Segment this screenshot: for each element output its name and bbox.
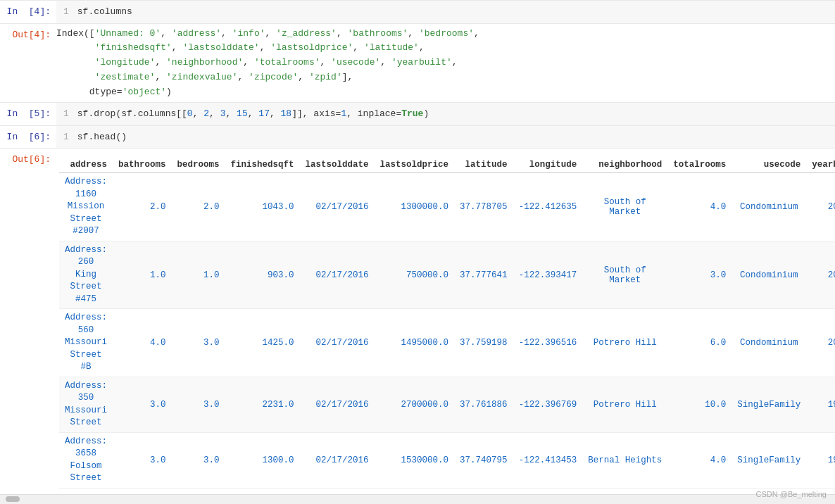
out4-line4: 'zestimate', 'zindexvalue', 'zipcode', '… [56,70,835,85]
cell-yearbuilt-0: 2007.0 [806,173,835,241]
cell-bedrooms-4: 3.0 [172,432,225,488]
cell-bedrooms-2: 3.0 [172,309,225,377]
cell-lastsoldprice-2: 1495000.0 [375,309,455,377]
cell-neighborhood-2: Potrero Hill [582,309,667,377]
table-row: Address:350MissouriStreet3.03.02231.002/… [59,377,835,432]
cell-latitude-0: 37.778705 [454,173,513,241]
cell-finishedsqft-2: 1425.0 [225,309,300,377]
line-num-5: 1 [63,108,69,119]
cell-lastsolddate-3: 02/17/2016 [300,377,375,432]
cell-yearbuilt-4: 1900.0 [806,432,835,488]
cell-totalrooms-3: 10.0 [667,377,732,432]
cell-bathrooms-3: 3.0 [113,377,172,432]
scrollbar-thumb[interactable] [6,496,20,502]
cell-yearbuilt-1: 2004.0 [806,241,835,309]
cell-lastsolddate-2: 02/17/2016 [300,309,375,377]
cell-longitude-1: -122.393417 [513,241,583,309]
cell-bathrooms-1: 1.0 [113,241,172,309]
line-num-6: 1 [63,132,69,142]
col-latitude: latitude [454,157,513,173]
col-longitude: longitude [513,157,583,173]
cell-finishedsqft-0: 1043.0 [225,173,300,241]
cell-usecode-3: SingleFamily [732,377,806,432]
line-num: 1 [63,6,69,17]
col-finishedsqft: finishedsqft [225,157,300,173]
cell-output-out4: Index(['Unnamed: 0', 'address', 'info', … [56,24,835,103]
col-usecode: usecode [732,157,806,173]
cell-finishedsqft-3: 2231.0 [225,377,300,432]
dataframe-table: address bathrooms bedrooms finishedsqft … [59,157,835,489]
cell-address-1: Address:260KingStreet#475 [59,241,113,309]
col-bedrooms: bedrooms [172,157,225,173]
cell-usecode-0: Condominium [732,173,806,241]
col-address: address [59,157,113,173]
cell-latitude-3: 37.761886 [454,377,513,432]
cell-label-in4: In [4]: [0,1,56,23]
cell-lastsolddate-4: 02/17/2016 [300,432,375,488]
col-totalrooms: totalrooms [667,157,732,173]
cell-finishedsqft-4: 1300.0 [225,432,300,488]
cell-neighborhood-0: South ofMarket [582,173,667,241]
scrollbar[interactable] [0,494,835,504]
cell-address-0: Address:1160MissionStreet#2007 [59,173,113,241]
cell-bathrooms-2: 4.0 [113,309,172,377]
cell-finishedsqft-1: 903.0 [225,241,300,309]
watermark: CSDN @Be_melting [756,490,827,498]
cell-bedrooms-3: 3.0 [172,377,225,432]
code-text: sf.columns [77,6,132,17]
out4-line3: 'longitude', 'neighborhood', 'totalrooms… [56,56,835,70]
col-lastsoldprice: lastsoldprice [375,157,455,173]
cell-usecode-2: Condominium [732,309,806,377]
cell-label-in5: In [5]: [0,103,56,125]
code-text-5: sf.drop(sf.columns[[0, 2, 3, 15, 17, 18]… [77,108,429,119]
cell-longitude-3: -122.396769 [513,377,583,432]
cell-label-in6: In [6]: [0,126,56,148]
cell-lastsoldprice-0: 1300000.0 [375,173,455,241]
cell-in6: In [6]: 1sf.head() [0,125,835,149]
cell-code-in5[interactable]: 1sf.drop(sf.columns[[0, 2, 3, 15, 17, 18… [56,103,835,125]
cell-totalrooms-1: 3.0 [667,241,732,309]
notebook: In [4]: 1sf.columns Out[4]: Index(['Unna… [0,0,835,504]
col-bathrooms: bathrooms [113,157,172,173]
cell-address-2: Address:560MissouriStreet#B [59,309,113,377]
table-header-row: address bathrooms bedrooms finishedsqft … [59,157,835,173]
cell-neighborhood-1: South ofMarket [582,241,667,309]
out4-line5: dtype='object') [56,85,835,100]
col-yearbuilt: yearbuilt [806,157,835,173]
cell-in4: In [4]: 1sf.columns [0,0,835,23]
table-row: Address:1160MissionStreet#20072.02.01043… [59,173,835,241]
out4-line2: 'finishedsqft', 'lastsolddate', 'lastsol… [56,41,835,56]
cell-bedrooms-1: 1.0 [172,241,225,309]
cell-code-in6[interactable]: 1sf.head() [56,126,835,149]
cell-address-4: Address:3658FolsomStreet [59,432,113,488]
cell-bathrooms-4: 3.0 [113,432,172,488]
cell-latitude-2: 37.759198 [454,309,513,377]
col-lastsolddate: lastsolddate [300,157,375,173]
cell-longitude-2: -122.396516 [513,309,583,377]
code-text-6: sf.head() [77,132,127,142]
cell-label-out4: Out[4]: [0,24,56,46]
cell-longitude-0: -122.412635 [513,173,583,241]
cell-code-in4[interactable]: 1sf.columns [56,1,835,23]
cell-latitude-4: 37.740795 [454,432,513,488]
cell-totalrooms-0: 4.0 [667,173,732,241]
cell-neighborhood-3: Potrero Hill [582,377,667,432]
cell-lastsoldprice-1: 750000.0 [375,241,455,309]
col-neighborhood: neighborhood [582,157,667,173]
cell-latitude-1: 37.777641 [454,241,513,309]
cell-out4: Out[4]: Index(['Unnamed: 0', 'address', … [0,23,835,103]
cell-out6: Out[6]: address bathrooms bedrooms finis… [0,148,835,494]
cell-lastsolddate-1: 02/17/2016 [300,241,375,309]
cell-totalrooms-4: 4.0 [667,432,732,488]
cell-lastsoldprice-3: 2700000.0 [375,377,455,432]
cell-output-out6: address bathrooms bedrooms finishedsqft … [56,149,835,494]
cell-bathrooms-0: 2.0 [113,173,172,241]
table-row: Address:260KingStreet#4751.01.0903.002/1… [59,241,835,309]
cell-yearbuilt-2: 2003.0 [806,309,835,377]
table-row: Address:560MissouriStreet#B4.03.01425.00… [59,309,835,377]
cell-bedrooms-0: 2.0 [172,173,225,241]
cell-label-out6: Out[6]: [0,149,56,170]
cell-usecode-1: Condominium [732,241,806,309]
cell-lastsolddate-0: 02/17/2016 [300,173,375,241]
cell-neighborhood-4: Bernal Heights [582,432,667,488]
